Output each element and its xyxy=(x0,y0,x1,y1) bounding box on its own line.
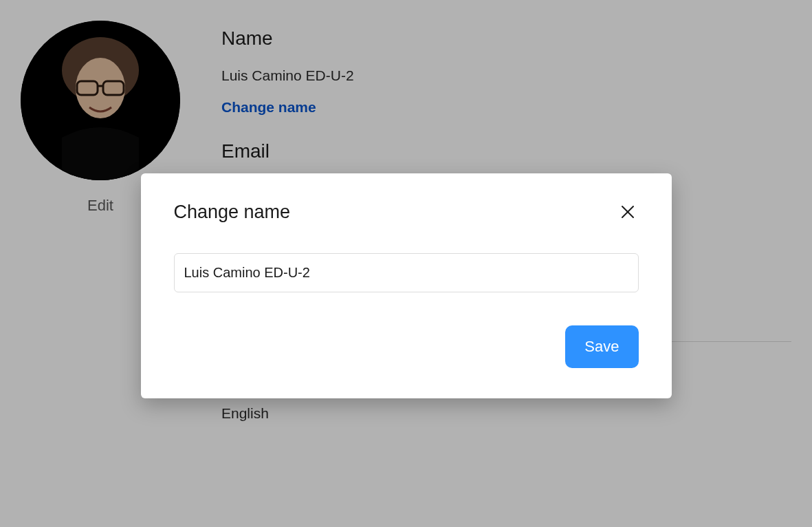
modal-footer: Save xyxy=(174,325,639,368)
name-input[interactable] xyxy=(174,253,639,292)
modal-title: Change name xyxy=(174,202,291,223)
close-icon xyxy=(619,204,636,220)
modal-header: Change name xyxy=(174,201,639,223)
change-name-modal: Change name Save xyxy=(141,173,672,398)
modal-overlay[interactable]: Change name Save xyxy=(0,0,812,527)
modal-close-button[interactable] xyxy=(617,201,639,223)
save-button[interactable]: Save xyxy=(565,325,638,368)
